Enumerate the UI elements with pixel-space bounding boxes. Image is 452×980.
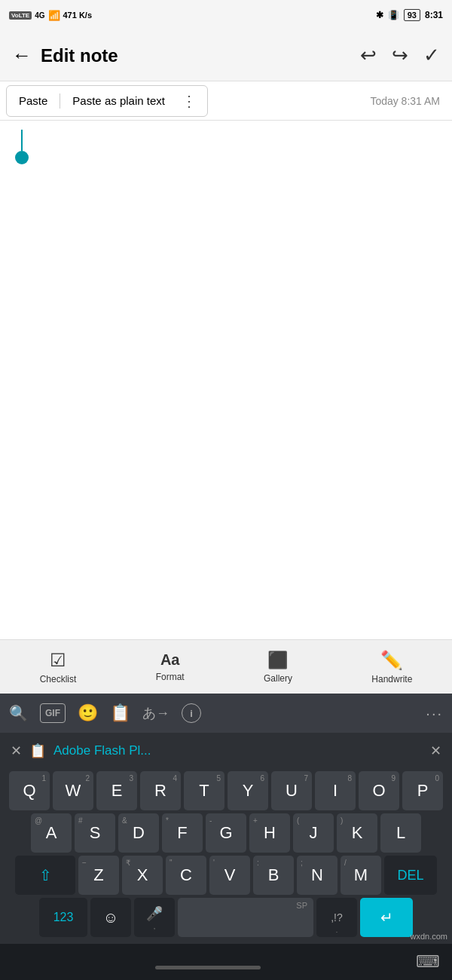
cursor-line (21, 130, 23, 151)
checklist-button[interactable]: ☑ Checklist (40, 650, 77, 684)
keyboard: 🔍 GIF 🙂 📋 あ→ i ··· ✕ 📋 Adobe Flash Pl...… (0, 694, 452, 944)
paste-plain-button[interactable]: Paste as plain text (66, 91, 171, 110)
key-b[interactable]: :B (253, 856, 294, 895)
punctuation-key[interactable]: ,!? . (316, 898, 357, 937)
format-button[interactable]: Aa Format (156, 651, 185, 682)
handwrite-label: Handwrite (371, 674, 412, 684)
keyboard-row-2: @A #S &D *F -G +H (J )K L (0, 813, 452, 853)
format-label: Format (156, 672, 185, 682)
key-q[interactable]: 1Q (9, 771, 50, 810)
volte-badge: VoLTE (9, 11, 32, 20)
keyboard-row-1: 1Q 2W 3E 4R 5T 6Y 7U 8I 9O 0P (0, 770, 452, 811)
enter-key[interactable]: ↵ (360, 898, 413, 937)
key-h[interactable]: +H (249, 813, 290, 853)
watermark: wxdn.com (410, 932, 447, 941)
search-icon[interactable]: 🔍 (9, 704, 28, 722)
gif-button[interactable]: GIF (40, 703, 66, 723)
note-spacer (0, 383, 452, 639)
key-d[interactable]: &D (118, 813, 159, 853)
shift-key[interactable]: ⇧ (15, 856, 75, 895)
status-bar: VoLTE 4G 📶 471 K/s ✱ 📳 93 8:31 (0, 0, 452, 30)
undo-button[interactable]: ↩ (360, 44, 377, 67)
emoji-key[interactable]: ☺ (90, 898, 131, 937)
paste-toolbar: Paste Paste as plain text ⋮ Today 8:31 A… (0, 81, 452, 121)
key-u[interactable]: 7U (271, 771, 312, 810)
clock: 8:31 (425, 10, 443, 20)
gallery-button[interactable]: ⬛ Gallery (264, 651, 292, 684)
paste-options: Paste Paste as plain text ⋮ (6, 85, 208, 117)
key-w[interactable]: 2W (53, 771, 93, 810)
wifi-icon: 📶 (48, 10, 60, 21)
key-z[interactable]: −Z (78, 856, 119, 895)
text-cursor (15, 130, 29, 160)
divider (60, 93, 60, 109)
key-o[interactable]: 9O (359, 771, 399, 810)
number-mode-key[interactable]: 123 (39, 898, 87, 937)
note-timestamp: Today 8:31 AM (208, 95, 446, 107)
status-right: ✱ 📳 93 8:31 (376, 9, 443, 21)
translate-icon[interactable]: あ→ (142, 704, 170, 722)
more-icon[interactable]: ··· (426, 705, 443, 722)
clipboard-icon[interactable]: 📋 (110, 703, 130, 723)
gallery-label: Gallery (264, 673, 292, 684)
format-icon: Aa (160, 651, 180, 669)
key-f[interactable]: *F (162, 813, 203, 853)
bluetooth-icon: ✱ (376, 10, 383, 20)
clipboard-text[interactable]: Adobe Flash Pl... (53, 743, 423, 758)
key-j[interactable]: (J (293, 813, 334, 853)
keyboard-row-3: ⇧ −Z ₹X "C 'V :B ;N /M DEL (0, 855, 452, 896)
info-icon[interactable]: i (182, 703, 201, 723)
key-e[interactable]: 3E (96, 771, 137, 810)
data-speed: 471 K/s (63, 11, 93, 20)
key-i[interactable]: 8I (315, 771, 356, 810)
handwrite-button[interactable]: ✏️ Handwrite (371, 650, 412, 684)
key-v[interactable]: 'V (209, 856, 250, 895)
paste-more-button[interactable]: ⋮ (177, 89, 201, 113)
back-button[interactable]: ← (12, 44, 32, 67)
paste-button[interactable]: Paste (13, 91, 53, 110)
key-a[interactable]: @A (31, 813, 72, 853)
key-c[interactable]: "C (166, 856, 206, 895)
key-n[interactable]: ;N (297, 856, 337, 895)
note-editing-area[interactable] (0, 121, 452, 383)
dismiss-clipboard-icon[interactable]: ✕ (430, 743, 441, 759)
key-r[interactable]: 4R (140, 771, 181, 810)
key-p[interactable]: 0P (402, 771, 443, 810)
sticker-icon[interactable]: 🙂 (78, 703, 98, 723)
nav-bar: ⌨ (0, 944, 452, 980)
home-pill[interactable] (155, 966, 261, 969)
keyboard-row-4: 123 ☺ 🎤 , SP ,!? . ↵ (0, 897, 452, 938)
checklist-label: Checklist (40, 674, 77, 684)
clipboard-suggestion-row: ✕ 📋 Adobe Flash Pl... ✕ (0, 733, 452, 769)
redo-button[interactable]: ↪ (392, 44, 408, 67)
key-m[interactable]: /M (341, 856, 381, 895)
battery-indicator: 93 (404, 9, 420, 21)
top-bar: ← Edit note ↩ ↪ ✓ (0, 30, 452, 81)
key-l[interactable]: L (380, 813, 421, 853)
status-left: VoLTE 4G 📶 471 K/s (9, 10, 92, 21)
key-g[interactable]: -G (206, 813, 246, 853)
keyboard-hide-button[interactable]: ⌨ (416, 952, 440, 972)
keyboard-top-row: 🔍 GIF 🙂 📋 あ→ i ··· (0, 694, 452, 733)
key-rows: 1Q 2W 3E 4R 5T 6Y 7U 8I 9O 0P @A #S &D *… (0, 769, 452, 942)
key-y[interactable]: 6Y (228, 771, 268, 810)
key-k[interactable]: )K (337, 813, 377, 853)
checklist-icon: ☑ (50, 650, 66, 671)
cursor-handle (15, 151, 29, 164)
key-x[interactable]: ₹X (122, 856, 163, 895)
signal-strength: 4G (35, 11, 44, 20)
gallery-icon: ⬛ (267, 651, 288, 670)
editor-toolbar: ☑ Checklist Aa Format ⬛ Gallery ✏️ Handw… (0, 639, 452, 694)
page-title: Edit note (41, 45, 351, 66)
mic-key[interactable]: 🎤 , (134, 898, 175, 937)
collapse-icon[interactable]: ✕ (11, 743, 22, 759)
top-bar-actions: ↩ ↪ ✓ (360, 44, 440, 67)
vibrate-icon: 📳 (388, 10, 399, 20)
clipboard-indicator-icon: 📋 (29, 743, 46, 759)
confirm-button[interactable]: ✓ (423, 44, 440, 67)
handwrite-icon: ✏️ (380, 650, 403, 671)
key-t[interactable]: 5T (184, 771, 224, 810)
delete-key[interactable]: DEL (384, 856, 437, 895)
space-key[interactable]: SP (178, 898, 313, 937)
key-s[interactable]: #S (75, 813, 115, 853)
